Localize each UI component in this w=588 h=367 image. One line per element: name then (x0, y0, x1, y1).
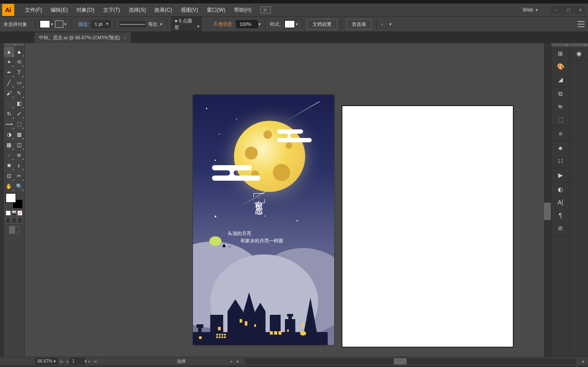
preferences-button[interactable]: 首选项 (346, 19, 372, 30)
none-mode[interactable] (17, 210, 22, 216)
perspective-tool[interactable]: ▦ (14, 129, 25, 140)
menu-view[interactable]: 视图(V) (177, 3, 202, 16)
brush-dropdown[interactable]: ● 5 点圆形 (171, 16, 202, 32)
appearance-panel-icon[interactable]: ◉ (574, 49, 584, 58)
gradient-tool[interactable]: ◫ (14, 140, 25, 150)
shape-builder-tool[interactable]: ◑ (4, 129, 14, 140)
actions-panel-icon[interactable]: ▶ (556, 171, 565, 179)
menu-window[interactable]: 窗口(W) (202, 3, 230, 16)
vertical-scrollbar[interactable] (544, 43, 551, 361)
transform-panel-icon[interactable]: ⊘ (556, 224, 565, 232)
menu-edit[interactable]: 编辑(E) (46, 3, 72, 16)
zoom-tool[interactable]: 🔍 (14, 181, 25, 191)
svg-rect-6 (224, 334, 226, 336)
fill-swatch[interactable] (40, 20, 50, 28)
swatches-panel-icon[interactable]: ⊞ (556, 49, 565, 58)
close-button[interactable]: ✕ (575, 6, 586, 14)
zoom-level[interactable]: 66.67% ▾ (35, 358, 58, 364)
tab-close-icon[interactable]: × (123, 35, 126, 41)
scroll-right[interactable]: ▸ (580, 359, 586, 364)
artboards-panel-icon[interactable]: ⬚ (556, 115, 565, 124)
layers-panel-icon[interactable]: ≋ (556, 102, 565, 111)
paintbrush-tool[interactable]: 🖌 (4, 88, 14, 98)
magic-wand-tool[interactable]: ✦ (4, 57, 14, 67)
width-tool[interactable]: ⟿ (4, 119, 14, 129)
selection-tool[interactable]: ▲ (4, 47, 14, 57)
fill-color[interactable] (6, 193, 16, 203)
scale-tool[interactable]: ⤢ (14, 109, 25, 119)
opacity-input[interactable]: 100% (236, 20, 258, 28)
window-titlebar (0, 0, 588, 3)
next-artboard[interactable]: ▸ (87, 359, 92, 364)
gradient-mode[interactable] (12, 210, 17, 216)
blend-tool[interactable]: ≋ (14, 150, 25, 160)
line-tool[interactable]: ╱ (4, 78, 14, 88)
column-graph-tool[interactable]: ⫾ (14, 160, 25, 171)
color-mode[interactable] (6, 210, 11, 216)
blob-brush-tool[interactable]: ⬛ (4, 98, 14, 109)
opacity-label[interactable]: 不透明度: (211, 20, 236, 28)
document-tab[interactable]: 中秋。思念.ai @ 66.67% (CMYK/预览) × (35, 32, 131, 43)
document-setup-button[interactable]: 文档设置 (307, 19, 337, 30)
direct-selection-tool[interactable]: ▲ (14, 47, 25, 57)
rectangle-tool[interactable]: ▭ (14, 78, 25, 88)
color-panel-icon[interactable]: 🎨 (556, 62, 565, 71)
bridge-icon[interactable]: Br (260, 6, 271, 13)
artboard-tool[interactable]: ⊡ (4, 171, 14, 181)
brushes-panel-icon[interactable]: ♣ (556, 144, 565, 152)
stroke-profile[interactable] (120, 21, 145, 27)
color-guide-panel-icon[interactable]: ◢ (556, 75, 565, 84)
stroke-weight-dropdown[interactable]: 1 pt (92, 20, 111, 28)
menu-type[interactable]: 文字(T) (99, 3, 124, 16)
screen-mode[interactable] (9, 226, 19, 234)
menu-effect[interactable]: 效果(C) (150, 3, 177, 16)
symbol-sprayer-tool[interactable]: ✱ (4, 160, 14, 171)
type-tool[interactable]: T (14, 67, 25, 78)
menu-help[interactable]: 帮助(H) (230, 3, 256, 16)
canvas-area[interactable]: 中秋·思念 头顶的月亮 和家乡的月亮一样圆 (25, 43, 544, 361)
hand-tool[interactable]: ✋ (4, 181, 14, 191)
controlbar-menu-icon[interactable] (578, 21, 585, 27)
pen-tool[interactable]: ✒ (4, 67, 14, 78)
dock-collapse-right[interactable] (570, 43, 588, 47)
horizontal-scrollbar[interactable] (245, 358, 576, 364)
minimize-button[interactable]: ─ (550, 6, 562, 14)
eyedropper-tool[interactable]: ⟋ (4, 150, 14, 160)
artboard-number[interactable]: 1 (70, 358, 85, 364)
last-artboard[interactable]: ▸| (92, 359, 99, 364)
scroll-left[interactable]: ◂ (234, 359, 240, 364)
fill-stroke-swatches[interactable] (6, 193, 23, 209)
mesh-tool[interactable]: ▩ (4, 140, 14, 150)
pencil-tool[interactable]: ✎ (14, 88, 25, 98)
draw-inside[interactable] (17, 217, 22, 223)
dock-collapse-left[interactable] (551, 43, 569, 47)
lasso-tool[interactable]: ⟲ (14, 57, 25, 67)
svg-rect-15 (274, 331, 277, 335)
paragraph-panel-icon[interactable]: ¶ (556, 211, 565, 220)
character-panel-icon[interactable]: A| (556, 198, 565, 207)
prev-artboard[interactable]: ◂ (64, 359, 70, 364)
draw-behind[interactable] (12, 217, 17, 223)
workspace-switcher[interactable]: Web ▾ (518, 6, 543, 14)
stroke-label[interactable]: 描边: (76, 20, 92, 28)
css-panel-icon[interactable]: ⫶⫶ (556, 157, 565, 165)
tools-collapse[interactable] (4, 43, 24, 47)
maximize-button[interactable]: ▢ (563, 6, 574, 14)
stroke-panel-icon[interactable]: ≡ (556, 129, 565, 138)
align-icon[interactable]: ⫞ (381, 21, 389, 27)
free-transform-tool[interactable]: ⬚ (14, 119, 25, 129)
artboard-2[interactable] (342, 106, 513, 347)
transparency-panel-icon[interactable]: ◐ (556, 185, 565, 194)
slice-tool[interactable]: ✂ (14, 171, 25, 181)
menu-file[interactable]: 文件(F) (21, 3, 46, 16)
style-swatch[interactable] (285, 20, 295, 28)
menu-select[interactable]: 选择(S) (124, 3, 150, 16)
first-artboard[interactable]: |◂ (58, 359, 65, 364)
draw-normal[interactable] (6, 217, 11, 223)
artboard-1[interactable]: 中秋·思念 头顶的月亮 和家乡的月亮一样圆 (193, 95, 334, 345)
rotate-tool[interactable]: ↻ (4, 109, 14, 119)
menu-object[interactable]: 对象(O) (72, 3, 98, 16)
stroke-swatch[interactable] (55, 20, 63, 28)
eraser-tool[interactable]: ◧ (14, 98, 25, 109)
symbols-panel-icon[interactable]: ⧉ (556, 89, 565, 98)
